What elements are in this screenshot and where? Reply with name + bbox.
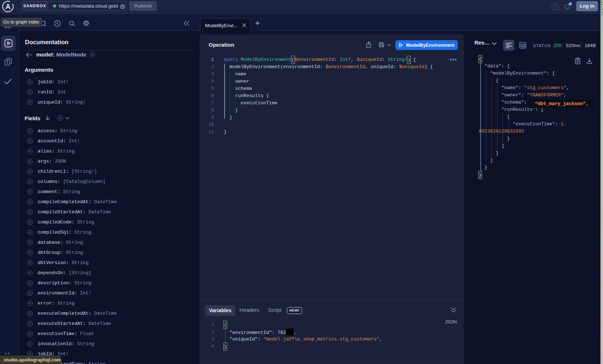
svg-text:A: A bbox=[5, 3, 11, 11]
